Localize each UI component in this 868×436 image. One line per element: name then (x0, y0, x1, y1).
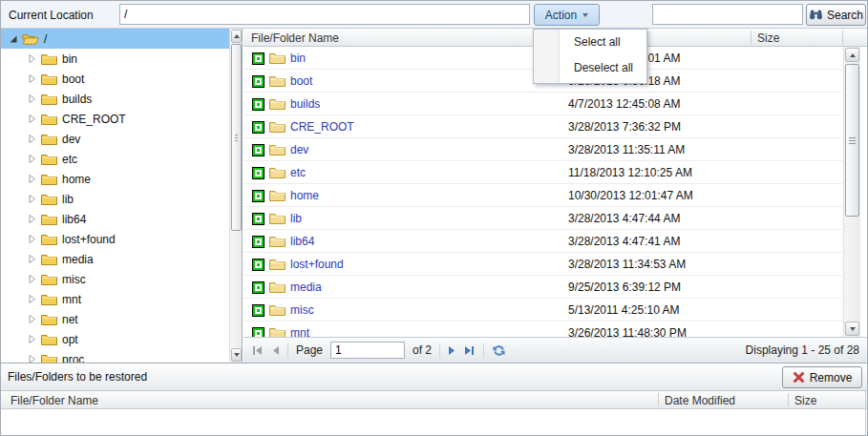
table-row[interactable]: misc 5/13/2011 4:25:10 AM (243, 299, 842, 322)
search-button[interactable]: Search (806, 4, 866, 26)
grid-scrollbar[interactable] (843, 47, 860, 337)
tree-item[interactable]: opt (1, 329, 229, 349)
tree-item[interactable]: lib (1, 189, 229, 209)
tree-item[interactable]: bin (1, 49, 229, 69)
scroll-down-button[interactable] (231, 348, 242, 362)
checkbox-selected-icon[interactable] (252, 327, 265, 337)
checkbox-selected-icon[interactable] (252, 236, 265, 248)
checkbox-selected-icon[interactable] (252, 281, 265, 294)
checkbox-selected-icon[interactable] (252, 121, 265, 134)
expand-arrow-icon[interactable] (28, 275, 37, 284)
tree-scrollbar[interactable] (229, 29, 242, 363)
table-row[interactable]: lib 3/28/2013 4:47:44 AM (243, 207, 842, 230)
expand-arrow-icon[interactable] (28, 255, 37, 264)
checkbox-selected-icon[interactable] (252, 190, 265, 202)
tree-item[interactable]: lib64 (1, 209, 229, 229)
expand-arrow-icon[interactable] (28, 235, 37, 244)
current-location-input[interactable] (119, 4, 530, 25)
checkbox-selected-icon[interactable] (252, 98, 265, 111)
expand-arrow-icon[interactable] (28, 215, 37, 224)
folder-name-link[interactable]: lib64 (290, 235, 314, 248)
column-header-date[interactable]: Date Modified (665, 394, 735, 407)
expand-arrow-icon[interactable] (28, 355, 37, 363)
folder-name-link[interactable]: bin (290, 52, 306, 65)
folder-name-link[interactable]: lost+found (290, 258, 344, 271)
table-row[interactable]: etc 11/18/2013 12:10:25 AM (243, 161, 842, 184)
table-row[interactable]: CRE_ROOT 3/28/2013 7:36:32 PM (243, 115, 842, 138)
table-row[interactable]: mnt 3/26/2013 11:48:30 PM (243, 322, 842, 337)
expand-arrow-icon[interactable] (28, 54, 37, 64)
column-header-size[interactable]: Size (757, 31, 779, 45)
action-button[interactable]: Action (534, 4, 600, 26)
scrollbar-thumb[interactable] (845, 64, 859, 217)
tree-item[interactable]: home (1, 169, 229, 189)
last-page-button[interactable] (464, 345, 476, 356)
expand-arrow-icon[interactable] (28, 135, 37, 144)
date-modified-value: 9/25/2013 6:39:12 PM (568, 280, 681, 294)
column-header-name[interactable]: File/Folder Name (11, 394, 98, 407)
folder-name-link[interactable]: dev (290, 143, 308, 156)
expand-arrow-icon[interactable] (28, 175, 37, 184)
page-number-input[interactable] (330, 342, 405, 359)
column-header-name[interactable]: File/Folder Name (251, 31, 339, 45)
first-page-button[interactable] (252, 345, 264, 356)
folder-name-link[interactable]: CRE_ROOT (290, 120, 354, 134)
checkbox-selected-icon[interactable] (252, 259, 265, 271)
table-row[interactable]: lib64 3/28/2013 4:47:41 AM (243, 230, 842, 253)
tree-item-root[interactable]: / (1, 29, 229, 49)
checkbox-selected-icon[interactable] (252, 52, 265, 65)
tree-item[interactable]: builds (1, 89, 229, 109)
column-header-size[interactable]: Size (794, 394, 816, 407)
folder-name-link[interactable]: misc (290, 303, 314, 317)
remove-button[interactable]: Remove (782, 366, 862, 388)
scrollbar-thumb[interactable] (231, 44, 242, 231)
tree-item[interactable]: dev (1, 129, 229, 149)
expand-arrow-icon[interactable] (28, 195, 37, 204)
checkbox-selected-icon[interactable] (252, 167, 265, 179)
tree-item[interactable]: proc (1, 349, 229, 363)
folder-name-link[interactable]: boot (290, 74, 312, 88)
expand-arrow-icon[interactable] (28, 295, 37, 304)
expand-arrow-icon[interactable] (28, 155, 37, 164)
table-row[interactable]: media 9/25/2013 6:39:12 PM (243, 276, 842, 299)
tree-item[interactable]: net (1, 309, 229, 329)
folder-icon (269, 52, 286, 64)
tree-item[interactable]: media (1, 249, 229, 269)
folder-name-link[interactable]: media (290, 280, 322, 294)
action-menu-item[interactable]: Select all (534, 30, 646, 55)
previous-page-button[interactable] (271, 345, 280, 356)
checkbox-selected-icon[interactable] (252, 304, 265, 317)
folder-name-link[interactable]: etc (290, 166, 306, 179)
checkbox-selected-icon[interactable] (252, 75, 265, 88)
collapse-arrow-icon[interactable] (9, 34, 18, 44)
table-row[interactable]: builds 4/7/2013 12:45:08 AM (243, 93, 842, 115)
expand-arrow-icon[interactable] (28, 94, 37, 104)
table-row[interactable]: lost+found 3/28/2013 11:34:53 AM (243, 253, 842, 276)
tree-item[interactable]: mnt (1, 289, 229, 309)
expand-arrow-icon[interactable] (28, 74, 37, 84)
checkbox-selected-icon[interactable] (252, 144, 265, 156)
folder-name-link[interactable]: mnt (290, 326, 309, 337)
scroll-down-button[interactable] (845, 322, 859, 336)
table-row[interactable]: dev 3/28/2013 11:35:11 AM (243, 138, 842, 161)
scroll-up-button[interactable] (845, 48, 859, 62)
tree-item[interactable]: boot (1, 69, 229, 89)
scroll-up-button[interactable] (231, 30, 242, 43)
folder-name-link[interactable]: builds (290, 97, 320, 111)
expand-arrow-icon[interactable] (28, 335, 37, 344)
search-input[interactable] (652, 4, 803, 25)
table-row[interactable]: home 10/30/2013 12:01:47 AM (243, 184, 842, 207)
action-menu-item[interactable]: Deselect all (534, 55, 646, 81)
tree-item[interactable]: lost+found (1, 229, 229, 249)
tree-item[interactable]: misc (1, 269, 229, 289)
next-page-button[interactable] (448, 345, 456, 356)
tree-item[interactable]: CRE_ROOT (1, 109, 229, 129)
folder-name-link[interactable]: lib (290, 212, 302, 225)
expand-arrow-icon[interactable] (28, 315, 37, 324)
tree-item[interactable]: etc (1, 149, 229, 169)
expand-arrow-icon[interactable] (28, 114, 37, 124)
checkbox-selected-icon[interactable] (252, 213, 265, 225)
paging-toolbar: Page of 2 Displaying 1 - 25 of 28 (243, 337, 867, 363)
refresh-button[interactable] (492, 343, 506, 358)
folder-name-link[interactable]: home (290, 189, 319, 202)
